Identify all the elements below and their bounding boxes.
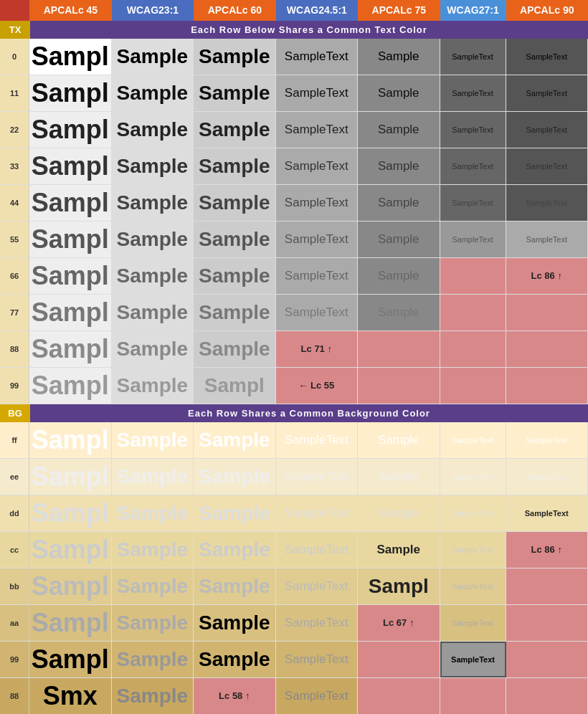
bgdd-col7: SampleText [506,495,588,531]
tx-header-text: Each Row Below Shares a Common Text Colo… [30,21,588,39]
bg99-col5 [358,642,440,677]
row-label-0: 0 [0,39,29,75]
header-col4: WCAG2 4.5:1 [276,0,358,21]
bg-header-text: Each Row Shares a Common Background Colo… [30,404,588,422]
row-label-77: 77 [0,295,29,330]
tx99-col6 [440,368,506,404]
bgcc-col3: Sample [194,532,275,568]
bgdd-col4: SampleText [276,495,358,531]
tx66-col5: Sample [358,258,440,294]
bgee-col6: SampleText [440,459,506,495]
tx66-col2: Sample [112,258,194,294]
tx22-col3: Sample [194,112,275,148]
bgcc-col7: Lc 86 ↑ [506,532,588,568]
bg88-col2: Sample [112,678,194,714]
bgdd-col3: Sample [194,495,275,531]
row-label-99: 99 [0,368,29,404]
bgee-col7: SampleText [506,459,588,495]
bg-row-ee: ee Sampl Sample Sample SampleText Sample… [0,459,588,495]
tx11-col3: Sample [194,75,275,111]
tx55-col1: Sampl [29,222,111,257]
bg-label: BG [0,404,30,422]
bgaa-col4: SampleText [276,605,358,641]
tx99-col1: Sampl [29,368,111,404]
row-label-bb: bb [0,568,29,604]
bg88-col6 [440,678,506,714]
bg99-col4: SampleText [276,642,358,677]
tx66-col3: Sample [194,258,275,294]
row-label-dd: dd [0,495,29,531]
tx55-col2: Sample [112,222,194,257]
row-label-bg99: 99 [0,642,29,677]
row-label-44: 44 [0,185,29,221]
tx-row-0: 0 Sampl Sample Sample SampleText Sample … [0,39,588,75]
tx11-col5: Sample [358,75,440,111]
tx44-col5: Sample [358,185,440,221]
header-col7: APCA Lc 90 [506,0,588,21]
bgff-col1: Sampl [29,422,111,458]
header-col5: APCA Lc 75 [358,0,440,21]
tx99-col7 [506,368,588,404]
bgaa-col1: Sampl [29,605,111,641]
tx44-col7: SampleText [506,185,588,221]
bg-row-ff: ff Sampl Sample Sample SampleText Sample… [0,422,588,459]
row-label-55: 55 [0,222,29,257]
tx-row-77: 77 Sampl Sample Sample SampleText Sample [0,295,588,331]
bg-row-aa: aa Sampl Sample Sample SampleText Lc 67 … [0,605,588,642]
bgff-col5: Sample [358,422,440,458]
header-col2: WCAG2 3:1 [112,0,194,21]
bgaa-col5: Lc 67 ↑ [358,605,440,641]
bgbb-col2: Sample [112,568,194,604]
bgee-col2: Sample [112,459,194,495]
bgee-col4: SampleText [276,459,358,495]
tx22-col4: SampleText [276,112,358,148]
tx88-col3: Sample [194,331,275,367]
bg99-col3: Sample [194,642,275,677]
bgee-col5: Sample [358,459,440,495]
bgcc-col1: Sampl [29,532,111,568]
row-label-33: 33 [0,148,29,184]
bgdd-col2: Sample [112,495,194,531]
tx0-col4: SampleText [276,39,358,75]
bg-row-bb: bb Sampl Sample Sample SampleText Sampl … [0,568,588,605]
bgcc-col5: Sample [358,532,440,568]
bgbb-col5: Sampl [358,568,440,604]
header-col1: APCA Lc 45 [29,0,111,21]
tx99-col3: Sampl [194,368,275,404]
tx44-col6: SampleText [440,185,506,221]
tx-row-44: 44 Sampl Sample Sample SampleText Sample… [0,185,588,222]
tx55-col5: Sample [358,222,440,257]
row-label-88: 88 [0,331,29,367]
bg88-col4: SampleText [276,678,358,714]
bg-row-cc: cc Sampl Sample Sample SampleText Sample… [0,532,588,568]
tx-section-header: TX Each Row Below Shares a Common Text C… [0,21,588,39]
tx0-col2: Sample [112,39,194,75]
bgff-col2: Sample [112,422,194,458]
row-label-11: 11 [0,75,29,111]
bgbb-col6: SampleText [440,568,506,604]
bg-row-dd: dd Sampl Sample Sample SampleText Sample… [0,495,588,532]
tx88-col1: Sampl [29,331,111,367]
tx77-col6 [440,295,506,330]
tx0-col7: SampleText [506,39,588,75]
bgff-col4: SampleText [276,422,358,458]
header-col6: WCAG2 7:1 [440,0,506,21]
bg88-col3: Lc 58 ↑ [194,678,275,714]
tx77-col2: Sample [112,295,194,330]
tx66-col6 [440,258,506,294]
row-label-ee: ee [0,459,29,495]
bg-row-99: 99 Sampl Sample Sample SampleText Sample… [0,642,588,678]
row-label-cc: cc [0,532,29,568]
row-label-bg88: 88 [0,678,29,714]
tx77-col3: Sample [194,295,275,330]
tx-label: TX [0,21,30,39]
bg99-col1: Sampl [29,642,111,677]
tx-row-11: 11 Sampl Sample Sample SampleText Sample… [0,75,588,112]
tx88-col6 [440,331,506,367]
header-col3: APCA Lc 60 [194,0,275,21]
bgcc-col2: Sample [112,532,194,568]
tx-row-66: 66 Sampl Sample Sample SampleText Sample… [0,258,588,295]
bgbb-col7 [506,568,588,604]
tx99-col2: Sample [112,368,194,404]
bgaa-col6: SampleText [440,605,506,641]
